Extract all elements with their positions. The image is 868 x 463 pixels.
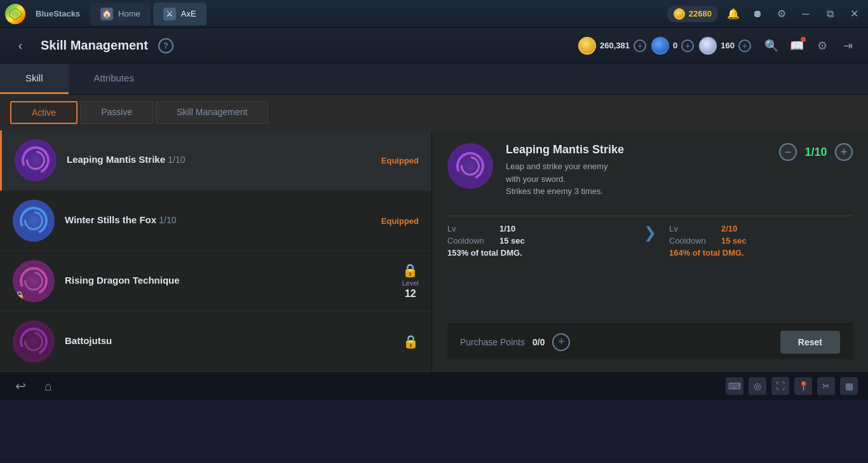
- detail-divider: [447, 216, 853, 216]
- skill-item-rising-dragon[interactable]: 🔒 Rising Dragon Technique 🔒 Level 12: [0, 251, 431, 312]
- taskbar-menu-icon[interactable]: ▦: [840, 377, 858, 395]
- sub-tab-skill-management[interactable]: Skill Management: [156, 101, 268, 124]
- taskbar-target-icon[interactable]: ◎: [749, 377, 766, 395]
- skill-info-leaping-mantis: Leaping Mantis Strike 1/10: [67, 154, 371, 167]
- sub-tabs: Active Passive Skill Management: [0, 95, 868, 130]
- gear-button[interactable]: ⚙: [812, 36, 832, 56]
- taskbar-back-button[interactable]: ↩: [10, 376, 31, 396]
- skill-item-leaping-mantis[interactable]: Leaping Mantis Strike 1/10 Equipped: [0, 130, 431, 191]
- tab-game[interactable]: ⚔ AxE: [153, 3, 207, 25]
- currency-white: 160 +: [699, 37, 751, 55]
- skill-equipped-leaping-mantis: Equipped: [381, 156, 419, 165]
- taskbar: ↩ ⌂ ⌨ ◎ ⛶ 📍 ✂ ▦: [0, 372, 868, 400]
- stat-value-lv-current: 1/10: [499, 224, 515, 233]
- skill-info-winter-stills: Winter Stills the Fox 1/10: [65, 214, 371, 228]
- stat-label-cooldown-next: Cooldown: [669, 236, 714, 245]
- detail-header: Leaping Mantis Strike Leap and strike yo…: [447, 143, 853, 198]
- restore-btn[interactable]: ⧉: [821, 5, 839, 23]
- back-button[interactable]: ‹: [10, 36, 31, 56]
- search-button[interactable]: 🔍: [761, 36, 782, 56]
- detail-spacer: [447, 258, 853, 324]
- lock-level-num-rising-dragon: 12: [405, 288, 416, 300]
- taskbar-home-button[interactable]: ⌂: [38, 376, 58, 396]
- stat-label-lv-next: Lv: [669, 224, 714, 233]
- taskbar-scissors-icon[interactable]: ✂: [817, 377, 835, 395]
- stat-dmg-current: 153% of total DMG.: [447, 248, 631, 258]
- stat-row-lv-next: Lv 2/10: [669, 224, 853, 233]
- skill-detail: Leaping Mantis Strike Leap and strike yo…: [432, 130, 868, 372]
- taskbar-expand-icon[interactable]: ⛶: [771, 377, 789, 395]
- purchase-add-button[interactable]: +: [552, 333, 570, 351]
- skill-item-battojutsu[interactable]: Battojutsu 🔒: [0, 312, 431, 372]
- detail-skill-icon: [453, 149, 487, 183]
- notification-btn[interactable]: 🔔: [724, 5, 742, 23]
- taskbar-left: ↩ ⌂: [10, 376, 58, 396]
- skill-lock-battojutsu: 🔒: [403, 334, 419, 349]
- winter-stills-icon: [17, 204, 51, 238]
- detail-title-block: Leaping Mantis Strike Leap and strike yo…: [506, 143, 766, 198]
- header-bar: ‹ Skill Management ? 260,381 + 0 + 160 +…: [0, 28, 868, 64]
- skill-panel: Skill Attributes Active Passive Skill Ma…: [0, 64, 868, 372]
- stat-label-lv-current: Lv: [447, 224, 492, 233]
- lock-level-label-rising-dragon: Level: [402, 279, 419, 287]
- minimize-btn[interactable]: ─: [797, 5, 815, 23]
- level-decrease-button[interactable]: −: [779, 143, 797, 161]
- game-tab-icon: ⚔: [163, 8, 176, 20]
- skill-avatar-winter-stills: [13, 200, 55, 242]
- purchase-value: 0/0: [532, 337, 545, 347]
- help-button[interactable]: ?: [158, 38, 173, 53]
- blue-currency-icon: [651, 37, 669, 55]
- logout-button[interactable]: ⇥: [837, 36, 858, 56]
- skill-info-rising-dragon: Rising Dragon Technique: [65, 275, 392, 288]
- skill-lock-rising-dragon: 🔒 Level 12: [402, 263, 419, 300]
- lock-icon-rising-dragon: 🔒: [402, 263, 418, 278]
- top-tabs: Skill Attributes: [0, 64, 868, 95]
- currency-blue: 0 +: [651, 37, 694, 55]
- sub-tab-passive[interactable]: Passive: [80, 101, 153, 124]
- leaping-mantis-icon: [18, 143, 53, 177]
- bottom-bar: Purchase Points 0/0 + Reset: [447, 324, 853, 359]
- skill-avatar-leaping-mantis: [15, 139, 57, 181]
- gold-value: 260,381: [600, 41, 630, 50]
- settings-btn[interactable]: ⚙: [773, 5, 790, 23]
- battojutsu-icon: [17, 324, 51, 359]
- skill-avatar-battojutsu: [13, 321, 55, 363]
- page-title: Skill Management: [41, 38, 148, 53]
- taskbar-keyboard-icon[interactable]: ⌨: [726, 377, 743, 395]
- add-white-button[interactable]: +: [738, 39, 751, 52]
- stat-row-cooldown-next: Cooldown 15 sec: [669, 236, 853, 245]
- skill-name-battojutsu: Battojutsu: [65, 335, 393, 346]
- skill-list: Leaping Mantis Strike 1/10 Equipped Wint…: [0, 130, 432, 372]
- tab-home-label: Home: [118, 9, 140, 18]
- record-btn[interactable]: ⏺: [749, 5, 766, 23]
- stat-label-cooldown-current: Cooldown: [447, 236, 492, 245]
- home-tab-icon: 🏠: [100, 8, 113, 20]
- skill-avatar-rising-dragon: 🔒: [13, 260, 55, 302]
- taskbar-right: ⌨ ◎ ⛶ 📍 ✂ ▦: [726, 377, 858, 395]
- arrow-block: ❯: [631, 224, 669, 242]
- white-currency-icon: [699, 37, 717, 55]
- tab-skill[interactable]: Skill: [0, 64, 69, 94]
- bluestacks-logo: [5, 4, 25, 24]
- taskbar-location-icon[interactable]: 📍: [794, 377, 812, 395]
- tab-game-label: AxE: [181, 9, 196, 18]
- points-value: 22680: [689, 9, 712, 18]
- title-bar-right: 22680 🔔 ⏺ ⚙ ─ ⧉ ✕: [667, 5, 863, 23]
- tab-home[interactable]: 🏠 Home: [90, 3, 151, 25]
- header-icons: 🔍 📖 ⚙ ⇥: [761, 36, 858, 56]
- skill-info-battojutsu: Battojutsu: [65, 335, 393, 349]
- add-gold-button[interactable]: +: [634, 39, 646, 52]
- avatar-lock-rising-dragon: 🔒: [14, 291, 25, 301]
- lock-icon-battojutsu: 🔒: [403, 334, 419, 349]
- stat-value-cooldown-next: 15 sec: [721, 236, 747, 245]
- tab-attributes[interactable]: Attributes: [69, 64, 159, 94]
- close-btn[interactable]: ✕: [845, 5, 863, 23]
- level-increase-button[interactable]: +: [835, 143, 853, 161]
- sub-tab-active[interactable]: Active: [10, 101, 78, 124]
- book-button[interactable]: 📖: [787, 36, 807, 56]
- reset-button[interactable]: Reset: [780, 331, 840, 354]
- stat-value-lv-next: 2/10: [721, 224, 737, 233]
- add-blue-button[interactable]: +: [681, 39, 694, 52]
- skill-item-winter-stills[interactable]: Winter Stills the Fox 1/10 Equipped: [0, 191, 431, 251]
- skill-name-winter-stills: Winter Stills the Fox 1/10: [65, 214, 371, 225]
